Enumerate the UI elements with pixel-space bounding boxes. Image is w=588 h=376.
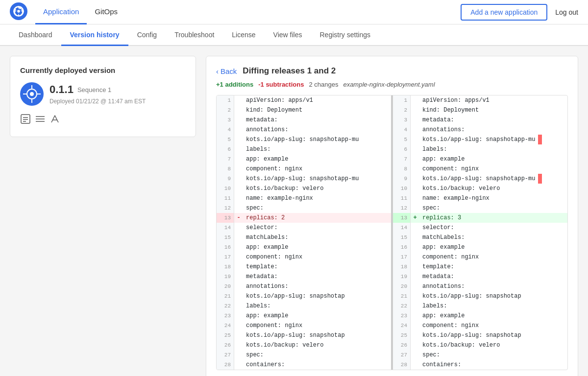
line-content: kots.io/app-slug: snapshotap — [419, 291, 524, 301]
diff-line: 2 kind: Deployment — [393, 105, 567, 115]
diff-line: 20 annotations: — [393, 282, 567, 291]
line-content: containers: — [419, 360, 464, 370]
line-number: 15 — [393, 233, 411, 242]
tab-registry-settings[interactable]: Registry settings — [311, 24, 379, 46]
line-content: kots.io/app-slug: snapshotapp-mu — [243, 174, 362, 184]
diff-line: 18 template: — [393, 262, 567, 272]
line-content: kots.io/app-slug: snapshotapp-mu — [419, 174, 538, 184]
tab-version-history[interactable]: Version history — [61, 24, 128, 46]
diff-header: ‹ Back Diffing releases 1 and 2 — [216, 66, 568, 76]
line-number: 27 — [217, 350, 234, 360]
diff-right-scroll[interactable]: 1 apiVersion: apps/v12 kind: Deployment3… — [393, 95, 567, 370]
deploy-icon[interactable] — [49, 114, 60, 127]
line-number: 24 — [217, 321, 234, 330]
version-actions — [20, 114, 186, 127]
line-number: 9 — [393, 174, 411, 184]
line-marker — [234, 135, 243, 144]
nav-application[interactable]: Application — [35, 0, 87, 24]
line-marker: + — [411, 213, 419, 223]
checklist-icon[interactable] — [20, 114, 31, 127]
line-number: 14 — [217, 223, 234, 233]
line-content: component: nginx — [243, 252, 305, 262]
diff-line: 5 kots.io/app-slug: snapshotapp-mu — [217, 135, 391, 144]
line-content: app: example — [419, 242, 467, 252]
add-new-application-button[interactable]: Add a new application — [461, 4, 547, 21]
line-marker — [411, 154, 419, 164]
diff-line: 7 app: example — [217, 154, 391, 164]
diff-line: 11 name: example-nginx — [393, 193, 567, 203]
version-value: 0.1.1 — [49, 83, 74, 96]
diff-line: 20 annotations: — [217, 282, 391, 291]
diff-line: 24 component: nginx — [217, 321, 391, 330]
tab-config[interactable]: Config — [128, 24, 166, 46]
line-content: containers: — [243, 360, 288, 370]
line-marker — [411, 95, 419, 105]
deployed-card-title: Currently deployed version — [20, 66, 186, 74]
diff-line: 23 app: example — [393, 311, 567, 321]
line-content: spec: — [419, 350, 443, 360]
logout-button[interactable]: Log out — [555, 8, 578, 16]
line-number: 1 — [393, 95, 411, 105]
line-content: template: — [243, 262, 281, 272]
line-marker — [234, 154, 243, 164]
nav-gitops[interactable]: GitOps — [87, 0, 125, 24]
line-marker — [411, 291, 419, 301]
line-number: 3 — [393, 115, 411, 125]
line-marker — [234, 144, 243, 154]
line-content: apiVersion: apps/v1 — [419, 95, 492, 105]
line-number: 19 — [393, 272, 411, 282]
tab-view-files[interactable]: View files — [265, 24, 311, 46]
list-icon[interactable] — [35, 114, 46, 127]
line-marker — [411, 193, 419, 203]
diff-line: 11 name: example-nginx — [217, 193, 391, 203]
tab-license[interactable]: License — [223, 24, 264, 46]
deployed-version-card: Currently deployed version 0.1.1 Sequenc… — [10, 56, 196, 137]
line-number: 22 — [393, 301, 411, 311]
tab-troubleshoot[interactable]: Troubleshoot — [166, 24, 223, 46]
back-link[interactable]: ‹ Back — [216, 67, 237, 75]
line-number: 7 — [393, 154, 411, 164]
diff-line: 6 labels: — [393, 144, 567, 154]
line-marker — [234, 291, 243, 301]
line-marker — [234, 350, 243, 360]
changes-count: 2 changes — [309, 81, 338, 88]
diff-line: 22 labels: — [393, 301, 567, 311]
additions-count: +1 additions — [216, 81, 253, 88]
line-content: apiVersion: apps/v1 — [243, 95, 316, 105]
line-number: 18 — [393, 262, 411, 272]
left-panel: Currently deployed version 0.1.1 Sequenc… — [10, 56, 196, 376]
line-content: replicas: 3 — [419, 213, 464, 223]
line-number: 8 — [393, 164, 411, 174]
line-marker — [411, 272, 419, 282]
line-content: spec: — [419, 203, 443, 213]
diff-line: 7 app: example — [393, 154, 567, 164]
diff-line: 27 spec: — [393, 350, 567, 360]
line-content: annotations: — [419, 282, 467, 291]
diff-line: 3 metadata: — [217, 115, 391, 125]
tab-dashboard[interactable]: Dashboard — [10, 24, 61, 46]
line-number: 3 — [217, 115, 234, 125]
back-label: Back — [220, 67, 237, 75]
line-number: 28 — [217, 360, 234, 370]
line-number: 5 — [393, 135, 411, 144]
line-content: app: example — [419, 311, 467, 321]
diff-line: 6 labels: — [217, 144, 391, 154]
line-number: 28 — [393, 360, 411, 370]
line-number: 4 — [217, 125, 234, 135]
diff-line: 4 annotations: — [393, 125, 567, 135]
diff-line: 26 kots.io/backup: velero — [217, 340, 391, 350]
diff-filename: example-nginx-deployment.yaml — [343, 81, 435, 88]
line-content: kots.io/app-slug: snapshotap — [419, 330, 524, 340]
version-info: 0.1.1 Sequence 1 Deployed 01/21/22 @ 11:… — [20, 82, 186, 106]
line-marker — [234, 105, 243, 115]
diff-line: 19 metadata: — [217, 272, 391, 282]
line-number: 26 — [393, 340, 411, 350]
diff-line: 16 app: example — [393, 242, 567, 252]
diff-line: 5 kots.io/app-slug: snapshotapp-mu — [393, 135, 567, 144]
line-number: 13 — [393, 213, 411, 223]
diff-left-scroll[interactable]: 1 apiVersion: apps/v12 kind: Deployment3… — [217, 95, 391, 370]
line-content: selector: — [243, 223, 281, 233]
diff-right-pane: 1 apiVersion: apps/v12 kind: Deployment3… — [391, 95, 567, 370]
back-chevron-icon: ‹ — [216, 67, 219, 75]
line-marker — [234, 262, 243, 272]
